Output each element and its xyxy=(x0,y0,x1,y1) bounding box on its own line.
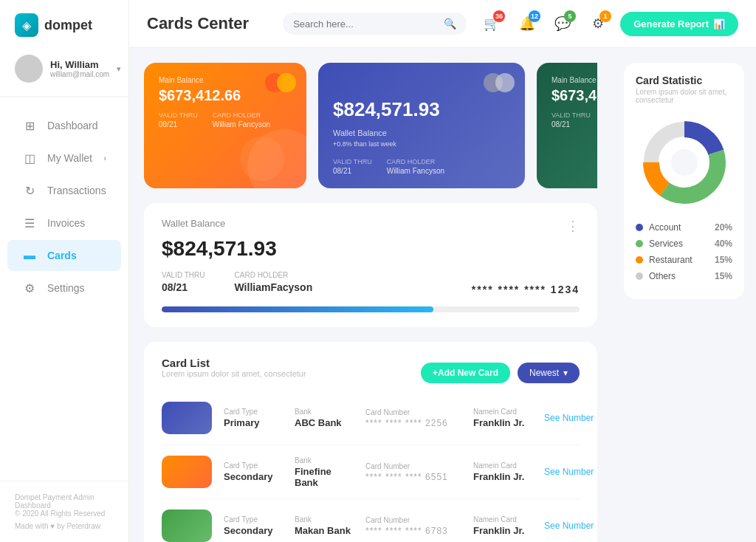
card-type-col: Card Type Secondary xyxy=(224,462,283,482)
card-number-col: Card Number **** **** **** 6551 xyxy=(365,462,461,482)
generate-report-button[interactable]: Generate Report 📊 xyxy=(620,12,738,36)
logo-icon: ◈ xyxy=(15,13,38,37)
sidebar-item-settings[interactable]: ⚙ Settings xyxy=(7,272,121,303)
legend-dot xyxy=(636,272,643,280)
footer-line1: Dompet Payment Admin Dashboard xyxy=(15,493,114,510)
card-bank-col: Bank Finefine Bank xyxy=(295,456,354,488)
card-type-col: Card Type Primary xyxy=(224,408,283,428)
cart-badge: 36 xyxy=(493,10,505,22)
card-thumbnail xyxy=(162,456,212,488)
card-list-subtitle: Lorem ipsum dolor sit amet, consectetur xyxy=(162,369,306,378)
card-name-col: Namein Card Franklin Jr. xyxy=(473,408,532,428)
see-number-button[interactable]: See Number xyxy=(544,467,594,477)
card-footer-2: VALID THRU 08/21 CARD HOLDER William Fan… xyxy=(551,112,597,128)
credit-card-0[interactable]: Main Balance $673,412.66 VALID THRU 08/2… xyxy=(144,63,306,188)
sidebar-item-cards[interactable]: ▬ Cards xyxy=(7,240,121,271)
sidebar-item-label: Cards xyxy=(47,250,77,261)
card-bank-value: ABC Bank xyxy=(295,417,354,428)
cards-carousel: Main Balance $673,412.66 VALID THRU 08/2… xyxy=(144,63,597,188)
sidebar-item-dashboard[interactable]: ⊞ Dashboard xyxy=(7,110,121,141)
sort-newest-button[interactable]: Newest ▾ xyxy=(518,363,580,383)
logo: ◈ dompet xyxy=(0,0,128,47)
main-content: Main Balance $673,412.66 VALID THRU 08/2… xyxy=(129,48,612,542)
sidebar-item-label: Transactions xyxy=(47,185,106,196)
card-bank-col: Bank ABC Bank xyxy=(295,408,354,428)
card-list-title-block: Card List Lorem ipsum dolor sit amet, co… xyxy=(162,357,306,388)
wallet-card-number: **** **** **** 1234 xyxy=(472,284,580,295)
wallet-progress-fill xyxy=(162,306,433,312)
card-type-value: Secondary xyxy=(224,471,283,482)
gear-badge: 1 xyxy=(599,10,611,22)
chevron-down-icon: ▾ xyxy=(563,368,568,378)
notification-icon-button[interactable]: 🔔 12 xyxy=(514,10,540,37)
donut-svg xyxy=(636,114,732,210)
credit-card-2[interactable]: Main Balance $673,412.66 VALID THRU 08/2… xyxy=(537,63,597,188)
legend-left: Account xyxy=(636,222,681,233)
card-list-actions: +Add New Card Newest ▾ xyxy=(421,363,580,383)
main-area: Cards Center 🔍 🛒 36 🔔 12 💬 5 ⚙ 1 xyxy=(129,0,756,542)
card-name-value: Franklin Jr. xyxy=(473,471,532,482)
see-number-button[interactable]: See Number xyxy=(544,413,594,423)
card-holder-0: CARD HOLDER William Fancyson xyxy=(213,112,270,128)
card-label-0: Main Balance xyxy=(159,76,292,84)
wallet-valid-value: 08/21 xyxy=(162,281,188,293)
wallet-number: **** **** **** 1234 xyxy=(472,271,580,296)
search-bar[interactable]: 🔍 xyxy=(283,13,467,35)
mastercard-logo-blue xyxy=(484,73,515,92)
header-icons: 🛒 36 🔔 12 💬 5 ⚙ 1 Generate Report 📊 xyxy=(478,10,738,37)
more-options-button[interactable]: ⋮ xyxy=(566,218,580,234)
legend-label: Restaurant xyxy=(649,255,693,265)
wallet-label: Wallet Balance xyxy=(162,218,225,229)
stat-title: Card Statistic xyxy=(636,75,732,86)
add-new-card-button[interactable]: +Add New Card xyxy=(421,363,510,383)
sidebar-item-wallet[interactable]: ◫ My Wallet › xyxy=(7,143,121,174)
wallet-progress-bar xyxy=(162,306,580,312)
card-holder-1: CARD HOLDER William Fancyson xyxy=(387,158,444,175)
invoices-icon: ☰ xyxy=(22,216,37,230)
legend-pct: 20% xyxy=(715,222,732,233)
legend-dot xyxy=(636,224,643,231)
right-panel: Card Statistic Lorem ipsum dolor sit ame… xyxy=(612,48,756,542)
sidebar-item-invoices[interactable]: ☰ Invoices xyxy=(7,207,121,239)
card-footer-1: VALID THRU 08/21 CARD HOLDER William Fan… xyxy=(333,158,510,175)
card-number-label: Card Number xyxy=(365,516,461,524)
donut-inner xyxy=(671,149,698,176)
sidebar-footer: Dompet Payment Admin Dashboard © 2020 Al… xyxy=(0,481,128,542)
wallet-details: VALID THRU 08/21 CARD HOLDER WilliamFacy… xyxy=(162,271,580,296)
holder-value: William Fancyson xyxy=(213,120,270,128)
sidebar-item-label: Invoices xyxy=(47,217,85,229)
card-name-col: Namein Card Franklin Jr. xyxy=(473,462,532,482)
legend-left: Services xyxy=(636,239,683,249)
valid-thru-value: 08/21 xyxy=(159,120,177,128)
see-number-button[interactable]: See Number xyxy=(544,521,594,531)
user-profile[interactable]: Hi, William william@mail.com ▾ xyxy=(0,47,128,97)
card-type-label: Card Type xyxy=(224,408,283,416)
settings-icon: ⚙ xyxy=(22,281,37,295)
message-icon-button[interactable]: 💬 5 xyxy=(549,10,576,37)
legend-pct: 40% xyxy=(715,239,732,249)
card-bank-col: Bank Makan Bank xyxy=(295,515,354,536)
cart-icon-button[interactable]: 🛒 36 xyxy=(478,10,505,37)
stat-card: Card Statistic Lorem ipsum dolor sit ame… xyxy=(624,63,744,299)
wallet-amount: $824,571.93 xyxy=(162,237,580,261)
card-list-header: Card List Lorem ipsum dolor sit amet, co… xyxy=(162,357,580,388)
sidebar-item-label: Dashboard xyxy=(47,120,98,131)
gear-icon-button[interactable]: ⚙ 1 xyxy=(585,10,611,37)
credit-card-1[interactable]: $824,571.93 Wallet Balance +0.8% than la… xyxy=(318,63,525,188)
card-bank-label: Bank xyxy=(295,408,354,416)
card-name-label: Namein Card xyxy=(473,515,532,524)
card-type-label: Card Type xyxy=(224,515,283,524)
dashboard-icon: ⊞ xyxy=(22,118,37,133)
page-title: Cards Center xyxy=(147,14,249,33)
sidebar-item-transactions[interactable]: ↻ Transactions xyxy=(7,175,121,206)
card-number-col: Card Number **** **** **** 6783 xyxy=(365,516,461,536)
wallet-holder-value: WilliamFacyson xyxy=(235,281,313,293)
donut-chart xyxy=(636,114,732,210)
legend-left: Others xyxy=(636,271,676,281)
card-type-value: Secondary xyxy=(224,525,283,536)
card-bank-label: Bank xyxy=(295,515,354,524)
card-type-label: Card Type xyxy=(224,462,283,470)
card-list-items: Card Type Primary Bank ABC Bank Card Num… xyxy=(162,391,580,542)
search-input[interactable] xyxy=(293,18,438,30)
legend-label: Account xyxy=(649,222,681,233)
